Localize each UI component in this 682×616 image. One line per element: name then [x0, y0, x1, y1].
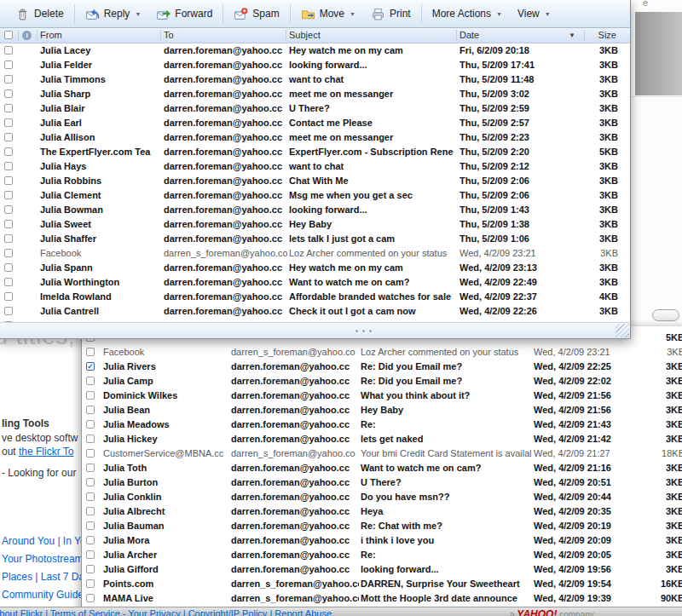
more-actions-button[interactable]: More Actions ▼ — [425, 0, 510, 27]
row-checkbox[interactable] — [86, 594, 95, 602]
row-checkbox[interactable] — [4, 133, 13, 141]
mail-row[interactable]: Julia Sharpdarren.foreman@yahoo.ccmeet m… — [0, 87, 630, 101]
column-from[interactable]: From — [40, 28, 62, 43]
row-checkbox[interactable] — [86, 449, 95, 458]
mail-row[interactable]: Julia Worthingtondarren.foreman@yahoo.cc… — [0, 275, 630, 290]
spam-button[interactable]: Spam — [226, 0, 286, 27]
row-checkbox[interactable] — [4, 292, 13, 301]
row-checkbox[interactable] — [86, 435, 95, 443]
mail-row[interactable]: Julia Timmonsdarren.foreman@yahoo.ccwant… — [0, 72, 630, 87]
row-checkbox[interactable] — [4, 162, 13, 170]
row-checkbox[interactable] — [4, 60, 13, 69]
mail-row[interactable]: Julia Hickeydarren.foreman@yahoo.cclets … — [82, 432, 682, 446]
row-checkbox[interactable] — [86, 377, 95, 385]
row-checkbox[interactable] — [86, 521, 95, 530]
nav-link-around-you[interactable]: Around You | In Yo — [2, 535, 82, 547]
reply-dropdown-caret-icon[interactable]: ▼ — [135, 11, 141, 17]
mail-row[interactable]: CustomerService@MBNA.ccdarren_s_foreman@… — [82, 446, 682, 461]
mail-row[interactable]: Julia Tothdarren.foreman@yahoo.ccWant to… — [82, 461, 682, 475]
row-checkbox[interactable] — [86, 478, 95, 486]
row-checkbox[interactable] — [4, 278, 13, 286]
view-button[interactable]: View ▼ — [510, 0, 558, 27]
resize-grip-icon[interactable] — [616, 324, 629, 337]
mail-row[interactable]: Julia Robbinsdarren.foreman@yahoo.ccChat… — [0, 174, 630, 188]
mail-row[interactable]: Julia Cantrelldarren.foreman@yahoo.ccChe… — [0, 304, 630, 319]
row-checkbox[interactable] — [86, 550, 95, 559]
row-checkbox[interactable] — [86, 406, 95, 414]
row-checkbox[interactable] — [86, 536, 95, 544]
mail-row[interactable]: Julia Gifforddarren.foreman@yahoo.cclook… — [82, 562, 682, 577]
mail-row[interactable]: Julia Blairdarren.foreman@yahoo.ccU Ther… — [0, 101, 630, 116]
row-checkbox[interactable] — [86, 420, 95, 429]
mail-row[interactable]: Julia Campdarren.foreman@yahoo.ccRe: Did… — [82, 374, 682, 389]
row-checkbox[interactable] — [4, 89, 13, 98]
row-checkbox[interactable] — [4, 176, 13, 185]
row-checkbox[interactable] — [86, 391, 95, 400]
mail-row[interactable]: Julia Spanndarren.foreman@yahoo.ccHey wa… — [0, 261, 630, 275]
row-checkbox[interactable] — [4, 205, 13, 214]
forward-button[interactable]: Forward — [148, 0, 220, 27]
mail-row[interactable]: Dominick Wilkesdarren.foreman@yahoo.ccWh… — [82, 389, 682, 403]
more-actions-caret-icon[interactable]: ▼ — [496, 11, 502, 17]
footer-links[interactable]: About Flickr | Terms of Service - Your P… — [0, 608, 332, 616]
row-checkbox-checked[interactable]: ✓ — [86, 362, 95, 371]
mail-row[interactable]: Julia Moradarren.foreman@yahoo.cci think… — [82, 533, 682, 548]
mail-row[interactable]: ✓Julia Riversdarren.foreman@yahoo.ccRe: … — [82, 360, 682, 374]
row-checkbox[interactable] — [86, 348, 95, 356]
mail-row[interactable]: Julia Shafferdarren.foreman@yahoo.cclets… — [0, 232, 630, 246]
mail-row[interactable]: Julia Felderdarren.foreman@yahoo.cclooki… — [0, 58, 630, 72]
mail-row[interactable]: The ExpertFlyer.com Teadarren.foreman@ya… — [0, 145, 630, 159]
mail-row[interactable]: Julia Conklindarren.foreman@yahoo.ccDo y… — [82, 490, 682, 504]
column-subject[interactable]: Subject — [289, 28, 321, 43]
horizontal-scrollbar[interactable] — [0, 322, 630, 338]
mail-row[interactable]: Julia Bowmandarren.foreman@yahoo.cclooki… — [0, 203, 630, 217]
row-checkbox[interactable] — [4, 220, 13, 228]
select-all-checkbox[interactable] — [4, 31, 13, 39]
column-to[interactable]: To — [164, 28, 174, 43]
mail-row[interactable]: Facebookdarren_s_foreman@yahoo.coLoz Arc… — [0, 246, 630, 261]
mail-row[interactable]: Julia Sweetdarren.foreman@yahoo.ccHey Ba… — [0, 217, 630, 232]
mail-row[interactable]: Facebookdarren_s_foreman@yahoo.coLoz Arc… — [82, 345, 682, 360]
mail-row[interactable]: Julia Laceydarren.foreman@yahoo.ccHey wa… — [0, 43, 630, 58]
row-checkbox[interactable] — [4, 249, 13, 257]
mail-row[interactable]: Julia Meadowsdarren.foreman@yahoo.ccRe:W… — [82, 417, 682, 432]
mail-row[interactable]: MAMA Livedarren_s_foreman@yahoo.coMott t… — [82, 591, 682, 606]
column-size[interactable]: Size — [553, 28, 625, 43]
mail-row[interactable]: Points.comdarren_s_foreman@yahoo.coDARRE… — [82, 577, 682, 591]
row-checkbox[interactable] — [86, 463, 95, 472]
row-checkbox[interactable] — [4, 46, 13, 55]
nav-link-community[interactable]: Community Guidel — [2, 589, 82, 601]
mail-row[interactable]: Julia Baumandarren.foreman@yahoo.ccRe: C… — [82, 519, 682, 533]
row-checkbox[interactable] — [4, 307, 13, 315]
move-dropdown-caret-icon[interactable]: ▼ — [350, 11, 355, 17]
row-checkbox[interactable] — [4, 191, 13, 199]
row-checkbox[interactable] — [4, 104, 13, 112]
view-caret-icon[interactable]: ▼ — [545, 11, 551, 17]
row-checkbox[interactable] — [4, 75, 13, 83]
nav-link-places[interactable]: Places | Last 7 Da — [2, 571, 82, 583]
row-checkbox[interactable] — [86, 565, 95, 573]
move-button[interactable]: Move ▼ — [293, 0, 363, 27]
mail-row[interactable]: Julia Archerdarren.foreman@yahoo.ccRe:We… — [82, 548, 682, 562]
mail-row[interactable]: Julia Haysdarren.foreman@yahoo.ccwant to… — [0, 159, 630, 174]
row-checkbox[interactable] — [4, 118, 13, 127]
row-checkbox[interactable] — [4, 234, 13, 243]
mail-row[interactable]: Julia Earldarren.foreman@yahoo.ccContact… — [0, 116, 630, 130]
row-checkbox[interactable] — [86, 507, 95, 515]
nav-link-photostream[interactable]: Your Photostream — [2, 553, 82, 565]
row-checkbox[interactable] — [86, 579, 95, 588]
mail-row[interactable]: Julia Allisondarren.foreman@yahoo.ccmeet… — [0, 130, 630, 145]
mail-row[interactable]: Julia Albrechtdarren.foreman@yahoo.ccHey… — [82, 504, 682, 519]
mail-row[interactable]: Julia Clementdarren.foreman@yahoo.ccMsg … — [0, 188, 630, 203]
mail-row[interactable]: Imelda Rowlanddarren.foreman@yahoo.ccAff… — [0, 290, 630, 304]
mail-row[interactable]: Julia Beandarren.foreman@yahoo.ccHey Bab… — [82, 403, 682, 417]
reply-button[interactable]: Reply ▼ — [78, 0, 149, 27]
delete-button[interactable]: Delete — [8, 0, 72, 27]
print-button[interactable]: Print — [363, 0, 419, 27]
row-checkbox[interactable] — [4, 263, 13, 272]
mail-row[interactable]: Julia Burtondarren.foreman@yahoo.ccU The… — [82, 475, 682, 490]
flickr-tools-link[interactable]: the Flickr To — [19, 446, 73, 458]
row-checkbox[interactable] — [4, 147, 13, 156]
row-checkbox[interactable] — [86, 492, 95, 501]
background-pill-button[interactable] — [652, 309, 679, 321]
